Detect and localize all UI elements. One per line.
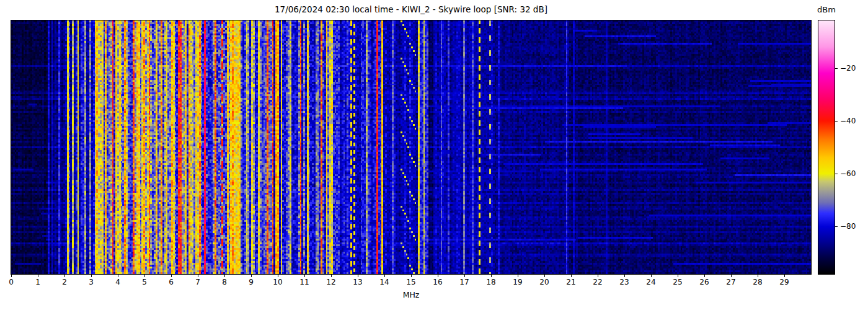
x-tick-label: 16 bbox=[433, 278, 442, 286]
x-tick-label: 17 bbox=[459, 278, 469, 286]
x-tick-label: 2 bbox=[62, 278, 67, 286]
x-tick-label: 10 bbox=[273, 278, 282, 286]
x-tick-label: 1 bbox=[35, 278, 40, 286]
x-tick-label: 12 bbox=[326, 278, 335, 286]
x-tick-label: 19 bbox=[513, 278, 522, 286]
x-tick-mark bbox=[144, 275, 145, 277]
x-tick-mark bbox=[331, 275, 332, 277]
colorbar-tick-mark bbox=[835, 68, 838, 69]
x-tick-mark bbox=[64, 275, 65, 277]
x-tick-label: 0 bbox=[9, 278, 14, 286]
x-tick-label: 15 bbox=[406, 278, 415, 286]
x-tick-label: 11 bbox=[299, 278, 309, 286]
x-tick-label: 24 bbox=[646, 278, 655, 286]
x-tick-mark bbox=[758, 275, 758, 277]
x-tick-label: 28 bbox=[753, 278, 762, 286]
x-tick-mark bbox=[731, 275, 732, 277]
x-tick-label: 29 bbox=[779, 278, 789, 286]
x-tick-label: 9 bbox=[249, 278, 254, 286]
x-tick-mark bbox=[678, 275, 678, 277]
x-axis-label: MHz bbox=[11, 290, 811, 299]
x-tick-mark bbox=[438, 275, 438, 277]
x-tick-label: 18 bbox=[486, 278, 495, 286]
x-tick-mark bbox=[171, 275, 172, 277]
x-tick-label: 4 bbox=[115, 278, 120, 286]
x-tick-mark bbox=[411, 275, 412, 277]
chart-title: 17/06/2024 02:30 local time - KIWI_2 - S… bbox=[11, 4, 811, 14]
x-tick-label: 13 bbox=[353, 278, 362, 286]
x-tick-label: 27 bbox=[726, 278, 735, 286]
x-tick-label: 21 bbox=[566, 278, 575, 286]
x-tick-mark bbox=[518, 275, 518, 277]
x-tick-mark bbox=[11, 275, 12, 277]
x-tick-label: 6 bbox=[169, 278, 174, 286]
x-tick-label: 3 bbox=[89, 278, 94, 286]
x-tick-label: 20 bbox=[539, 278, 549, 286]
x-tick-label: 5 bbox=[142, 278, 147, 286]
x-tick-mark bbox=[571, 275, 572, 277]
x-tick-mark bbox=[91, 275, 92, 277]
x-tick-mark bbox=[624, 275, 625, 277]
spectrogram-figure: 17/06/2024 02:30 local time - KIWI_2 - S… bbox=[0, 0, 868, 310]
plot-area bbox=[11, 20, 812, 275]
x-tick-mark bbox=[278, 275, 278, 277]
colorbar-tick-label: −60 bbox=[840, 169, 856, 178]
x-tick-mark bbox=[251, 275, 252, 277]
colorbar bbox=[818, 20, 835, 275]
x-tick-mark bbox=[118, 275, 118, 277]
x-tick-mark bbox=[304, 275, 305, 277]
x-tick-mark bbox=[38, 275, 38, 277]
x-tick-mark bbox=[384, 275, 385, 277]
colorbar-tick-mark bbox=[835, 174, 838, 174]
x-tick-mark bbox=[491, 275, 492, 277]
colorbar-tick-label: −80 bbox=[840, 222, 856, 231]
colorbar-tick-label: −40 bbox=[840, 117, 856, 125]
spectrogram-canvas bbox=[11, 20, 811, 274]
x-tick-mark bbox=[358, 275, 358, 277]
x-tick-mark bbox=[784, 275, 785, 277]
x-tick-mark bbox=[464, 275, 465, 277]
x-tick-label: 25 bbox=[673, 278, 682, 286]
x-tick-label: 8 bbox=[222, 278, 227, 286]
x-tick-label: 23 bbox=[619, 278, 629, 286]
x-tick-mark bbox=[651, 275, 652, 277]
colorbar-unit-label: dBm bbox=[812, 5, 841, 14]
colorbar-tick-mark bbox=[835, 121, 838, 122]
x-tick-mark bbox=[198, 275, 198, 277]
x-tick-label: 26 bbox=[699, 278, 709, 286]
x-tick-mark bbox=[598, 275, 598, 277]
x-tick-label: 7 bbox=[195, 278, 200, 286]
x-tick-mark bbox=[544, 275, 545, 277]
x-tick-mark bbox=[224, 275, 225, 277]
colorbar-tick-label: −20 bbox=[840, 64, 856, 73]
x-tick-label: 14 bbox=[379, 278, 389, 286]
colorbar-tick-mark bbox=[835, 226, 838, 227]
x-tick-mark bbox=[704, 275, 705, 277]
x-tick-label: 22 bbox=[593, 278, 602, 286]
